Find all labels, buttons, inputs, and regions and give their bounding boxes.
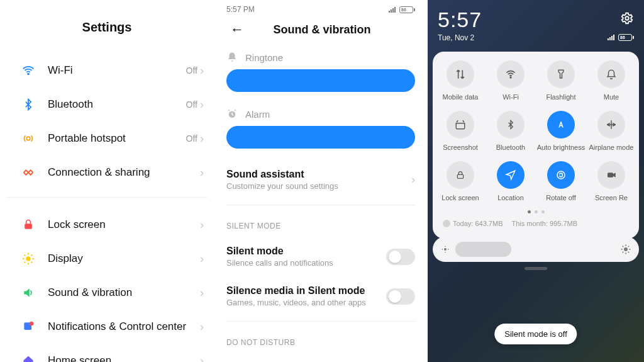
settings-item-label: Portable hotspot xyxy=(48,132,186,145)
flashlight-icon xyxy=(547,60,575,88)
tile-label: Flashlight xyxy=(546,93,575,101)
svg-line-32 xyxy=(623,246,624,247)
wifi-icon xyxy=(497,60,525,88)
svg-rect-19 xyxy=(457,174,463,178)
ringtone-header: Ringtone xyxy=(226,47,415,65)
signal-icon xyxy=(389,7,396,13)
settings-item-label: Bluetooth xyxy=(48,98,186,111)
tile-screen-recorder[interactable]: Screen Re xyxy=(586,161,636,201)
svg-line-9 xyxy=(31,262,33,263)
svg-line-11 xyxy=(31,255,33,256)
tile-label: Bluetooth xyxy=(496,144,525,151)
settings-item-label: Home screen xyxy=(48,354,200,362)
brightness-low-icon xyxy=(440,244,450,254)
settings-item-hotspot[interactable]: Portable hotspot Off › xyxy=(6,122,208,156)
brightness-slider[interactable] xyxy=(433,237,639,262)
home-icon xyxy=(20,353,36,362)
sound-assistant-row[interactable]: Sound assistant Customize your sound set… xyxy=(226,160,415,200)
screen-recorder-icon xyxy=(597,161,625,189)
screenshot-icon xyxy=(447,111,474,139)
toast: Silent mode is off xyxy=(494,324,577,344)
tile-airplane-mode[interactable]: Airplane mode xyxy=(586,111,636,151)
rotate-icon xyxy=(547,161,575,189)
settings-item-label: Lock screen xyxy=(48,218,200,231)
clock: 5:57 xyxy=(438,8,482,32)
tile-mobile-data[interactable]: Mobile data xyxy=(435,60,486,101)
silent-mode-row[interactable]: Silent mode Silence calls and notificati… xyxy=(226,237,415,276)
tile-flashlight[interactable]: Flashlight xyxy=(536,60,586,101)
row-title: Silent mode xyxy=(226,246,386,257)
tile-screenshot[interactable]: Screenshot xyxy=(435,111,486,151)
data-usage[interactable]: Today: 643.7MB This month: 995.7MB xyxy=(435,213,636,227)
tile-rotate[interactable]: Rotate off xyxy=(536,161,586,201)
usage-month: This month: 995.7MB xyxy=(512,220,578,227)
svg-point-22 xyxy=(444,248,447,251)
svg-line-33 xyxy=(628,252,630,253)
settings-item-bluetooth[interactable]: Bluetooth Off › xyxy=(6,88,208,122)
svg-point-1 xyxy=(26,137,30,140)
drag-handle[interactable] xyxy=(525,267,547,270)
lock-icon xyxy=(20,217,36,233)
page-title: Settings xyxy=(0,0,214,54)
tile-location[interactable]: Location xyxy=(486,161,536,201)
divider xyxy=(6,197,208,198)
divider xyxy=(226,321,415,322)
tile-label: Mute xyxy=(604,93,619,101)
settings-item-display[interactable]: Display › xyxy=(6,242,208,276)
settings-item-connection-sharing[interactable]: Connection & sharing › xyxy=(6,156,208,189)
tile-label: Rotate off xyxy=(546,194,576,201)
wifi-icon xyxy=(20,62,36,79)
signal-icon xyxy=(608,35,614,40)
tile-label: Screenshot xyxy=(443,144,478,151)
row-subtitle: Customize your sound settings xyxy=(226,181,411,191)
tile-lock-screen[interactable]: Lock screen xyxy=(435,161,486,201)
notification-icon xyxy=(20,319,36,335)
svg-line-10 xyxy=(25,262,26,263)
settings-item-wifi[interactable]: Wi-Fi Off › xyxy=(6,54,208,88)
svg-line-16 xyxy=(235,110,236,111)
date: Tue, Nov 2 xyxy=(438,33,482,42)
svg-point-18 xyxy=(510,77,511,78)
svg-point-27 xyxy=(624,247,628,251)
svg-point-3 xyxy=(26,256,30,261)
tile-mute[interactable]: Mute xyxy=(586,60,636,101)
tile-label: Airplane mode xyxy=(589,144,634,151)
ringtone-volume-slider[interactable] xyxy=(226,69,415,92)
row-subtitle: Games, music, videos, and other apps xyxy=(226,298,386,307)
mute-icon xyxy=(597,60,625,88)
chevron-right-icon: › xyxy=(200,132,204,145)
svg-rect-2 xyxy=(25,223,32,229)
silence-media-toggle[interactable] xyxy=(386,288,415,305)
settings-item-value: Off xyxy=(186,65,197,76)
settings-gear-button[interactable] xyxy=(620,8,634,25)
mobile-data-icon xyxy=(447,60,474,88)
settings-item-sound-vibration[interactable]: Sound & vibration › xyxy=(6,276,208,310)
connection-sharing-icon xyxy=(20,164,36,181)
tile-label: Wi-Fi xyxy=(502,93,519,101)
tile-auto-brightness[interactable]: Auto brightness xyxy=(536,111,586,151)
alarm-volume-slider[interactable] xyxy=(226,126,415,149)
settings-item-value: Off xyxy=(186,133,197,144)
tile-label: Location xyxy=(497,194,524,201)
toast-text: Silent mode is off xyxy=(504,329,567,339)
silent-mode-toggle[interactable] xyxy=(386,249,415,265)
tile-wifi[interactable]: Wi-Fi xyxy=(486,60,536,101)
tile-label: Lock screen xyxy=(441,194,479,201)
chevron-right-icon: › xyxy=(200,320,204,334)
chevron-right-icon: › xyxy=(200,354,204,363)
divider xyxy=(226,205,415,205)
svg-point-17 xyxy=(625,16,629,20)
lock-icon xyxy=(447,161,474,189)
alarm-label: Alarm xyxy=(245,109,270,120)
airplane-icon xyxy=(597,111,625,139)
settings-item-home-screen[interactable]: Home screen › xyxy=(6,344,208,362)
auto-brightness-icon xyxy=(547,111,575,139)
settings-item-notifications[interactable]: Notifications & Control center › xyxy=(6,310,208,344)
tile-bluetooth[interactable]: Bluetooth xyxy=(486,111,536,151)
silence-media-row[interactable]: Silence media in Silent mode Games, musi… xyxy=(226,276,415,316)
tile-label: Mobile data xyxy=(443,93,479,101)
settings-item-label: Notifications & Control center xyxy=(48,320,200,333)
row-title: Silence media in Silent mode xyxy=(226,285,386,297)
sun-icon xyxy=(20,251,36,267)
settings-item-lock-screen[interactable]: Lock screen › xyxy=(6,208,208,242)
